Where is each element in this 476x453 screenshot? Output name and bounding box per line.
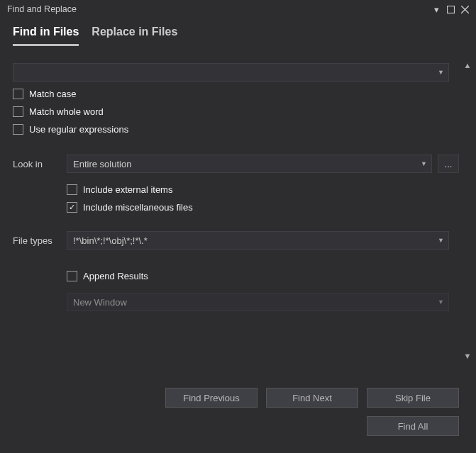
match-case-checkbox[interactable] — [13, 89, 23, 99]
include-misc-checkbox[interactable] — [67, 202, 77, 213]
look-in-select[interactable]: Entire solution ▼ — [67, 155, 432, 173]
scroll-down-icon[interactable]: ▼ — [464, 351, 472, 361]
spacer — [165, 416, 258, 436]
match-whole-word-checkbox[interactable] — [13, 106, 23, 117]
file-types-label: File types — [13, 235, 67, 246]
close-icon[interactable] — [458, 2, 472, 16]
scroll-up-icon[interactable]: ▲ — [464, 60, 472, 70]
spacer — [266, 416, 358, 436]
maximize-icon[interactable] — [443, 2, 458, 16]
look-in-value: Entire solution — [73, 159, 131, 169]
include-external-label: Include external items — [83, 184, 172, 195]
tab-replace-in-files[interactable]: Replace in Files — [92, 26, 177, 46]
include-misc-label: Include miscellaneous files — [83, 202, 193, 213]
results-window-value: New Window — [73, 297, 127, 308]
find-all-button[interactable]: Find All — [367, 416, 459, 436]
use-regex-label: Use regular expressions — [29, 124, 128, 135]
look-in-label: Look in — [13, 159, 67, 169]
chevron-down-icon: ▼ — [438, 298, 444, 306]
append-results-checkbox[interactable] — [67, 271, 77, 281]
window-title: Find and Replace — [7, 4, 429, 14]
include-external-checkbox[interactable] — [67, 184, 77, 195]
results-window-select[interactable]: New Window ▼ — [67, 293, 449, 311]
dropdown-icon[interactable]: ▾ — [429, 2, 443, 16]
file-types-input[interactable]: !*\bin\*;!*\obj\*;!*\.* ▼ — [67, 231, 449, 250]
button-row-1: Find Previous Find Next Skip File — [0, 382, 476, 410]
chevron-down-icon: ▼ — [438, 69, 444, 76]
button-row-2: Find All — [0, 410, 476, 439]
find-previous-button[interactable]: Find Previous — [165, 388, 258, 408]
chevron-down-icon: ▼ — [421, 160, 427, 167]
search-term-input[interactable]: ▼ — [13, 63, 449, 82]
browse-button[interactable]: ... — [438, 155, 459, 173]
use-regex-checkbox[interactable] — [13, 124, 23, 135]
chevron-down-icon: ▼ — [438, 237, 444, 244]
tab-strip: Find in Files Replace in Files — [0, 18, 476, 46]
ellipsis-icon: ... — [445, 159, 453, 169]
match-case-label: Match case — [29, 89, 76, 99]
append-results-label: Append Results — [83, 271, 148, 281]
match-whole-word-label: Match whole word — [29, 106, 104, 117]
titlebar: Find and Replace ▾ — [0, 0, 476, 18]
tab-find-in-files[interactable]: Find in Files — [13, 26, 79, 46]
svg-rect-0 — [447, 6, 454, 13]
form-panel: ▲ ▼ ▼ Match case Match whole word Use re… — [0, 55, 476, 367]
find-next-button[interactable]: Find Next — [266, 388, 358, 408]
file-types-value: !*\bin\*;!*\obj\*;!*\.* — [73, 235, 148, 246]
skip-file-button[interactable]: Skip File — [367, 388, 459, 408]
scrollbar[interactable]: ▲ ▼ — [462, 60, 473, 361]
